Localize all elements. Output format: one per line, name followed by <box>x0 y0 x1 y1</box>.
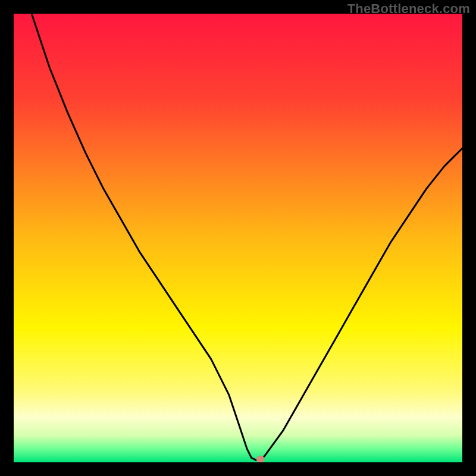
watermark-text: TheBottleneck.com <box>347 1 470 17</box>
plot-area <box>14 14 462 462</box>
chart-container: TheBottleneck.com <box>0 0 476 476</box>
chart-svg <box>14 14 462 462</box>
gradient-rect <box>14 14 462 462</box>
